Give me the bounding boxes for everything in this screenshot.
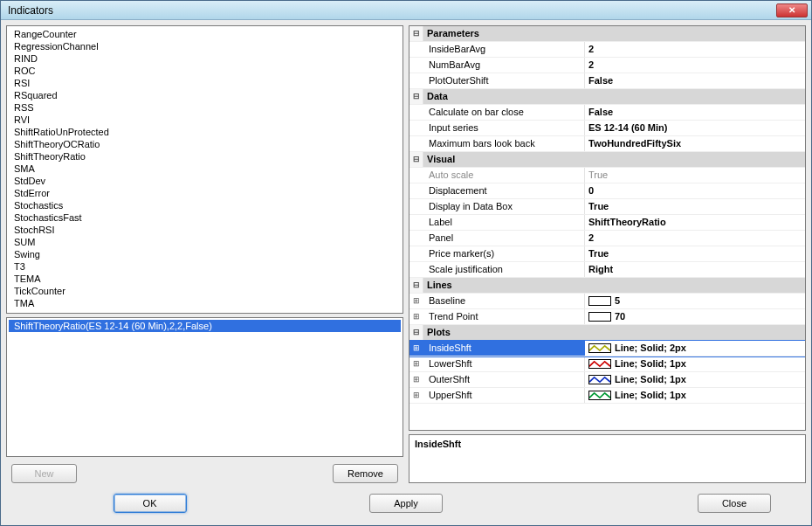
property-category[interactable]: ⊟Data xyxy=(409,89,805,105)
property-row[interactable]: Auto scaleTrue xyxy=(409,168,805,183)
property-key: NumBarAvg xyxy=(423,58,585,73)
property-key: InsideShft xyxy=(423,341,585,356)
property-row[interactable]: ⊞Baseline5 xyxy=(409,294,805,309)
indicator-item[interactable]: SUM xyxy=(9,236,401,248)
ok-button[interactable]: OK xyxy=(114,494,187,513)
collapse-icon[interactable]: ⊟ xyxy=(409,26,423,41)
property-row[interactable]: Calculate on bar closeFalse xyxy=(409,105,805,121)
property-row[interactable]: Price marker(s)True xyxy=(409,246,805,262)
indicator-item[interactable]: RIND xyxy=(9,52,401,65)
property-value[interactable]: ES 12-14 (60 Min) xyxy=(585,121,805,135)
property-value[interactable]: False xyxy=(585,105,805,120)
indicator-item[interactable]: RSI xyxy=(9,77,401,89)
remove-button[interactable]: Remove xyxy=(333,464,398,483)
property-value[interactable]: Right xyxy=(585,262,805,277)
property-value[interactable]: 70 xyxy=(585,309,805,324)
apply-button[interactable]: Apply xyxy=(369,494,443,513)
property-row[interactable]: ⊞InsideShftLine; Solid; 2px xyxy=(409,341,805,356)
property-value[interactable]: ShiftTheoryRatio xyxy=(585,215,805,230)
property-row[interactable]: Input seriesES 12-14 (60 Min) xyxy=(409,121,805,136)
expand-icon[interactable]: ⊞ xyxy=(409,294,423,308)
property-category[interactable]: ⊟Plots xyxy=(409,325,805,341)
indicator-item[interactable]: T3 xyxy=(9,260,401,273)
indicator-item[interactable]: ROC xyxy=(9,65,401,77)
property-category[interactable]: ⊟Lines xyxy=(409,278,805,294)
indicator-item[interactable]: ShiftTheoryRatio xyxy=(9,150,401,163)
indicator-item[interactable]: ShiftTheoryOCRatio xyxy=(9,138,401,150)
property-row[interactable]: Maximum bars look backTwoHundredFiftySix xyxy=(409,136,805,152)
dialog-body: RangeCounterRegressionChannelRINDROCRSIR… xyxy=(1,20,811,525)
property-value[interactable]: 2 xyxy=(585,231,805,246)
indicator-item[interactable]: StochasticsFast xyxy=(9,211,401,224)
indicator-item[interactable]: StochRSI xyxy=(9,224,401,236)
indicator-item[interactable]: StdError xyxy=(9,187,401,199)
indicator-item[interactable]: Swing xyxy=(9,248,401,260)
collapse-icon[interactable]: ⊟ xyxy=(409,152,423,167)
indicator-item[interactable]: Stochastics xyxy=(9,199,401,211)
property-value xyxy=(585,89,805,104)
indicator-item[interactable]: RVI xyxy=(9,114,401,126)
collapse-icon[interactable]: ⊟ xyxy=(409,325,423,340)
property-row[interactable]: InsideBarAvg2 xyxy=(409,42,805,58)
indicator-item[interactable]: ShiftRatioUnProtected xyxy=(9,126,401,138)
property-grid[interactable]: ⊟ParametersInsideBarAvg2NumBarAvg2PlotOu… xyxy=(409,25,806,431)
expander-spacer xyxy=(409,42,423,57)
property-row[interactable]: Scale justificationRight xyxy=(409,262,805,278)
property-value[interactable]: 0 xyxy=(585,183,805,198)
property-value[interactable]: 2 xyxy=(585,42,805,57)
close-button[interactable]: Close xyxy=(698,494,771,513)
property-value xyxy=(585,325,805,340)
property-row[interactable]: Displacement0 xyxy=(409,183,805,199)
new-button[interactable]: New xyxy=(11,464,77,483)
property-row[interactable]: ⊞LowerShftLine; Solid; 1px xyxy=(409,356,805,372)
property-value[interactable]: True xyxy=(585,246,805,261)
indicator-list[interactable]: RangeCounterRegressionChannelRINDROCRSIR… xyxy=(6,25,403,314)
indicator-item[interactable]: RangeCounter xyxy=(9,28,401,40)
indicator-item[interactable]: TMA xyxy=(9,297,401,309)
expand-icon[interactable]: ⊞ xyxy=(409,388,423,403)
indicator-item[interactable]: TickCounter xyxy=(9,285,401,297)
left-button-row: New Remove xyxy=(6,460,403,483)
property-value[interactable]: True xyxy=(585,199,805,214)
collapse-icon[interactable]: ⊟ xyxy=(409,278,423,293)
property-value[interactable]: True xyxy=(585,168,805,183)
property-value[interactable]: Line; Solid; 2px xyxy=(585,341,805,356)
property-value[interactable]: Line; Solid; 1px xyxy=(585,356,805,371)
expand-icon[interactable]: ⊞ xyxy=(409,309,423,324)
property-category[interactable]: ⊟Visual xyxy=(409,152,805,168)
indicator-item[interactable]: SMA xyxy=(9,163,401,175)
property-value[interactable]: 5 xyxy=(585,294,805,308)
property-category[interactable]: ⊟Parameters xyxy=(409,26,805,42)
property-row[interactable]: NumBarAvg2 xyxy=(409,58,805,73)
collapse-icon[interactable]: ⊟ xyxy=(409,89,423,104)
close-window-button[interactable]: ✕ xyxy=(776,3,808,17)
property-value[interactable]: Line; Solid; 1px xyxy=(585,372,805,387)
indicator-item[interactable]: RegressionChannel xyxy=(9,40,401,52)
expander-spacer xyxy=(409,121,423,135)
property-row[interactable]: ⊞OuterShftLine; Solid; 1px xyxy=(409,372,805,388)
indicator-item[interactable]: TEMA xyxy=(9,273,401,285)
applied-indicators-list[interactable]: ShiftTheoryRatio(ES 12-14 (60 Min),2,2,F… xyxy=(6,317,403,457)
indicator-item[interactable]: RSquared xyxy=(9,89,401,101)
property-row[interactable]: ⊞Trend Point70 xyxy=(409,309,805,325)
expand-icon[interactable]: ⊞ xyxy=(409,356,423,371)
indicator-item[interactable]: StdDev xyxy=(9,175,401,187)
property-key: PlotOuterShift xyxy=(423,73,585,88)
property-value[interactable]: Line; Solid; 1px xyxy=(585,388,805,403)
property-key: InsideBarAvg xyxy=(423,42,585,57)
property-key: Display in Data Box xyxy=(423,199,585,214)
property-row[interactable]: Panel2 xyxy=(409,231,805,246)
expand-icon[interactable]: ⊞ xyxy=(409,372,423,387)
indicator-item[interactable]: RSS xyxy=(9,101,401,114)
property-value[interactable]: 2 xyxy=(585,58,805,73)
bottom-button-bar: OK Apply Close xyxy=(6,487,806,520)
property-row[interactable]: PlotOuterShiftFalse xyxy=(409,73,805,89)
applied-indicator-item[interactable]: ShiftTheoryRatio(ES 12-14 (60 Min),2,2,F… xyxy=(9,320,401,332)
property-row[interactable]: LabelShiftTheoryRatio xyxy=(409,215,805,231)
property-key: Lines xyxy=(423,278,585,293)
property-row[interactable]: Display in Data BoxTrue xyxy=(409,199,805,215)
property-value[interactable]: TwoHundredFiftySix xyxy=(585,136,805,151)
expand-icon[interactable]: ⊞ xyxy=(409,341,423,356)
property-value[interactable]: False xyxy=(585,73,805,88)
property-row[interactable]: ⊞UpperShftLine; Solid; 1px xyxy=(409,388,805,404)
